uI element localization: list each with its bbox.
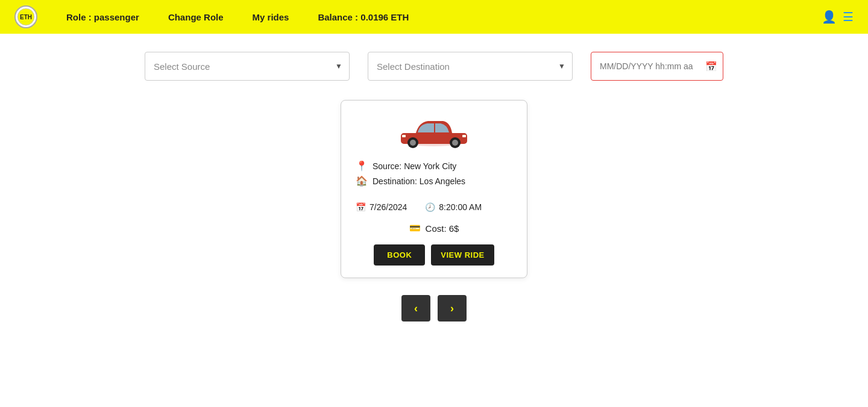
filter-row: Select Source ▼ Select Destination ▼ 📅 (57, 52, 811, 81)
ride-time: 8:20:00 AM (439, 202, 482, 212)
home-icon: 🏠 (356, 175, 368, 187)
cost-info: 💳 Cost: 6$ (409, 223, 459, 234)
card-buttons: BOOK VIEW RIDE (374, 244, 494, 266)
balance-display: Balance : 0.0196 ETH (318, 12, 409, 22)
destination-select-wrapper: Select Destination ▼ (368, 52, 573, 81)
svg-text:ETH: ETH (20, 14, 32, 20)
card-clock-icon: 🕗 (425, 202, 435, 212)
datetime-input[interactable] (591, 52, 723, 81)
source-select-wrapper: Select Source ▼ (145, 52, 350, 81)
view-ride-button[interactable]: VIEW RIDE (431, 244, 494, 266)
ride-card: 📍 Source: New York City 🏠 Destination: L… (341, 100, 527, 278)
wallet-icon: 💳 (409, 223, 421, 234)
navbar: ETH Role : passenger Change Role My ride… (0, 0, 868, 34)
logo: ETH (14, 5, 37, 28)
destination-select[interactable]: Select Destination (368, 52, 573, 81)
svg-rect-8 (462, 135, 466, 137)
role-label: Role : passenger (66, 12, 139, 22)
ride-date: 7/26/2024 (370, 202, 407, 212)
change-role-button[interactable]: Change Role (168, 12, 224, 22)
cost-text: Cost: 6$ (426, 223, 459, 234)
route-info: 📍 Source: New York City 🏠 Destination: L… (356, 160, 512, 190)
destination-line: 🏠 Destination: Los Angeles (356, 175, 512, 187)
my-rides-link[interactable]: My rides (253, 12, 289, 22)
car-image-area (392, 113, 476, 152)
source-line: 📍 Source: New York City (356, 160, 512, 172)
time-item: 🕗 8:20:00 AM (425, 202, 482, 212)
car-image (395, 115, 473, 150)
svg-point-5 (410, 140, 416, 146)
navbar-left: ETH Role : passenger Change Role My ride… (14, 5, 409, 28)
book-button[interactable]: BOOK (374, 244, 425, 266)
pagination: ‹ › (401, 295, 467, 322)
svg-point-7 (452, 140, 458, 146)
destination-text: Destination: Los Angeles (373, 176, 465, 186)
navbar-right: 👤 ☰ (822, 10, 854, 24)
svg-rect-9 (402, 135, 406, 137)
card-calendar-icon: 📅 (356, 202, 366, 212)
main-content: Select Source ▼ Select Destination ▼ 📅 (0, 34, 868, 340)
date-item: 📅 7/26/2024 (356, 202, 407, 212)
prev-page-button[interactable]: ‹ (401, 295, 430, 322)
user-icon[interactable]: 👤 (822, 10, 837, 24)
logo-icon: ETH (17, 8, 35, 26)
card-container: 📍 Source: New York City 🏠 Destination: L… (341, 100, 527, 278)
source-select[interactable]: Select Source (145, 52, 350, 81)
datetime-wrapper: 📅 (591, 52, 723, 81)
next-page-button[interactable]: › (438, 295, 467, 322)
menu-icon[interactable]: ☰ (843, 10, 854, 24)
datetime-info: 📅 7/26/2024 🕗 8:20:00 AM (356, 202, 512, 212)
source-text: Source: New York City (373, 161, 456, 171)
pin-icon: 📍 (356, 160, 368, 172)
